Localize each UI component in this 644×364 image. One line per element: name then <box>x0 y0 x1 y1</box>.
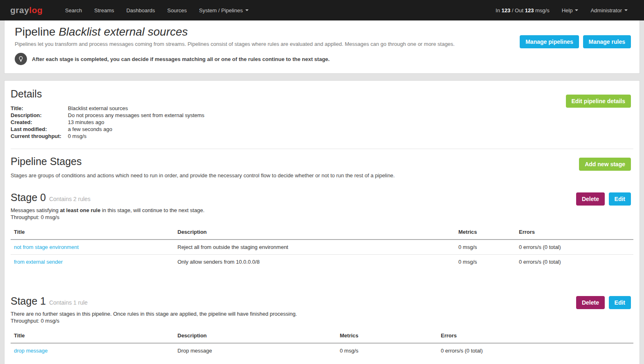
stage-name: Stage 0 <box>11 192 46 203</box>
nav-item-label: Sources <box>167 7 187 14</box>
manage-pipelines-button[interactable]: Manage pipelines <box>520 35 579 48</box>
rule-link[interactable]: drop message <box>14 348 47 354</box>
throughput-in-label: In <box>496 7 500 14</box>
rule-link[interactable]: not from stage environment <box>14 244 79 250</box>
nav-item-label: Administrator <box>590 7 622 14</box>
page-header: Pipeline Blacklist external sources Pipe… <box>4 20 640 74</box>
stage-name: Stage 1 <box>11 295 46 307</box>
column-header-errors: Errors <box>516 225 633 240</box>
detail-label: Title: <box>11 105 68 112</box>
rule-row: drop message Drop message 0 msg/s 0 erro… <box>11 343 633 358</box>
stage-0-edit-button[interactable]: Edit <box>609 192 631 206</box>
stage-1-buttons: Delete Edit <box>576 296 631 309</box>
main-content-panel: Details Title: Blacklist external source… <box>4 80 640 364</box>
rule-description-cell: Only allow senders from 10.0.0.0/8 <box>174 255 455 269</box>
rule-link[interactable]: from external sender <box>14 259 63 265</box>
rule-title-cell: not from stage environment <box>11 240 174 255</box>
stage-0-buttons: Delete Edit <box>576 192 631 206</box>
stage-0-delete-button[interactable]: Delete <box>576 192 605 206</box>
section-divider <box>11 149 633 149</box>
nav-item-search[interactable]: Search <box>59 0 88 20</box>
detail-row-last-modified: Last modified: a few seconds ago <box>11 126 633 133</box>
stage-0-section: Stage 0Contains 2 rules Messages satisfy… <box>11 192 633 269</box>
column-header-description: Description <box>174 328 337 343</box>
column-header-metrics: Metrics <box>337 328 438 343</box>
edit-pipeline-details-button[interactable]: Edit pipeline details <box>566 95 631 108</box>
stage-1-delete-button[interactable]: Delete <box>576 296 605 309</box>
detail-label: Last modified: <box>11 126 68 133</box>
detail-row-created: Created: 13 minutes ago <box>11 119 633 126</box>
stage-0-description: Messages satisfying at least one rule in… <box>11 207 633 214</box>
throughput-separator: / Out <box>512 7 523 14</box>
rule-title-cell: from external sender <box>11 255 174 269</box>
rule-metrics-cell: 0 msg/s <box>337 343 438 358</box>
stage-desc-text: Messages satisfying <box>11 207 60 213</box>
stage-0-heading: Stage 0Contains 2 rules <box>11 192 633 203</box>
graylog-logo[interactable]: graylog <box>10 5 43 15</box>
throughput-unit: msg/s <box>535 7 550 14</box>
rule-description-cell: Reject all from outside the staging envi… <box>174 240 455 255</box>
stage-desc-text: in this stage, will continue to the next… <box>101 207 204 213</box>
rule-row: not from stage environment Reject all fr… <box>11 240 633 255</box>
nav-item-sources[interactable]: Sources <box>161 0 193 20</box>
nav-item-streams[interactable]: Streams <box>88 0 120 20</box>
page-title-prefix: Pipeline <box>15 25 56 38</box>
stage-rule-count: Contains 1 rule <box>49 299 88 306</box>
rule-errors-cell: 0 errors/s (0 total) <box>438 343 633 358</box>
rule-metrics-cell: 0 msg/s <box>455 240 516 255</box>
nav-item-label: System / Pipelines <box>199 7 243 14</box>
caret-down-icon <box>245 9 249 11</box>
nav-item-label: Streams <box>94 7 114 14</box>
top-navbar: graylog Search Streams Dashboards Source… <box>0 0 644 20</box>
stage-0-rules-table: Title Description Metrics Errors not fro… <box>11 225 633 269</box>
column-header-metrics: Metrics <box>455 225 516 240</box>
throughput-indicator[interactable]: In 123 / Out 123 msg/s <box>489 7 556 14</box>
stage-desc-bold: at least one rule <box>60 207 101 213</box>
detail-value: 13 minutes ago <box>68 119 104 126</box>
detail-label: Created: <box>11 119 68 126</box>
header-buttons: Manage pipelines Manage rules <box>520 35 631 48</box>
stage-1-throughput: Throughput: 0 msg/s <box>11 317 633 324</box>
stage-1-rules-table: Title Description Metrics Errors drop me… <box>11 328 633 358</box>
rule-errors-cell: 0 errors/s (0 total) <box>516 240 633 255</box>
nav-item-system-pipelines[interactable]: System / Pipelines <box>193 0 255 20</box>
stage-1-edit-button[interactable]: Edit <box>609 296 631 309</box>
stage-0-throughput: Throughput: 0 msg/s <box>11 214 633 221</box>
nav-item-dashboards[interactable]: Dashboards <box>120 0 161 20</box>
detail-row-current-throughput: Current throughput: 0 msg/s <box>11 133 633 140</box>
nav-item-label: Help <box>562 7 573 14</box>
column-header-title: Title <box>11 225 174 240</box>
logo-text-log: log <box>29 5 43 15</box>
stage-1-description: There are no further stages in this pipe… <box>11 310 633 317</box>
logo-text-gray: gray <box>10 5 29 15</box>
rule-title-cell: drop message <box>11 343 174 358</box>
detail-label: Current throughput: <box>11 133 68 140</box>
pipeline-stages-section: Pipeline Stages Stages are groups of con… <box>11 156 633 179</box>
tip-row: After each stage is completed, you can d… <box>15 53 633 65</box>
column-header-title: Title <box>11 328 174 343</box>
pipeline-stages-description: Stages are groups of conditions and acti… <box>11 172 633 179</box>
rule-row: from external sender Only allow senders … <box>11 255 633 269</box>
detail-value: Blacklist external sources <box>68 105 128 112</box>
caret-down-icon <box>575 9 578 11</box>
table-header-row: Title Description Metrics Errors <box>11 328 633 343</box>
detail-row-title: Title: Blacklist external sources <box>11 105 633 112</box>
detail-row-description: Description: Do not process any messages… <box>11 112 633 119</box>
detail-value: 0 msg/s <box>68 133 87 140</box>
manage-rules-button[interactable]: Manage rules <box>583 35 631 48</box>
detail-value: Do not process any messages sent from ex… <box>68 112 204 119</box>
navbar-right: In 123 / Out 123 msg/s Help Administrato… <box>489 0 634 20</box>
stage-1-heading: Stage 1Contains 1 rule <box>11 295 633 307</box>
column-header-description: Description <box>174 225 455 240</box>
add-new-stage-button[interactable]: Add new stage <box>579 158 631 171</box>
navbar-left: graylog Search Streams Dashboards Source… <box>10 0 255 20</box>
detail-value: a few seconds ago <box>68 126 112 133</box>
lightbulb-icon <box>15 53 27 65</box>
nav-item-user-menu[interactable]: Administrator <box>584 0 634 20</box>
caret-down-icon <box>624 9 628 11</box>
nav-item-help[interactable]: Help <box>556 0 585 20</box>
column-header-errors: Errors <box>438 328 633 343</box>
nav-item-label: Dashboards <box>126 7 155 14</box>
pipeline-stages-heading: Pipeline Stages <box>11 156 633 167</box>
rule-metrics-cell: 0 msg/s <box>455 255 516 269</box>
